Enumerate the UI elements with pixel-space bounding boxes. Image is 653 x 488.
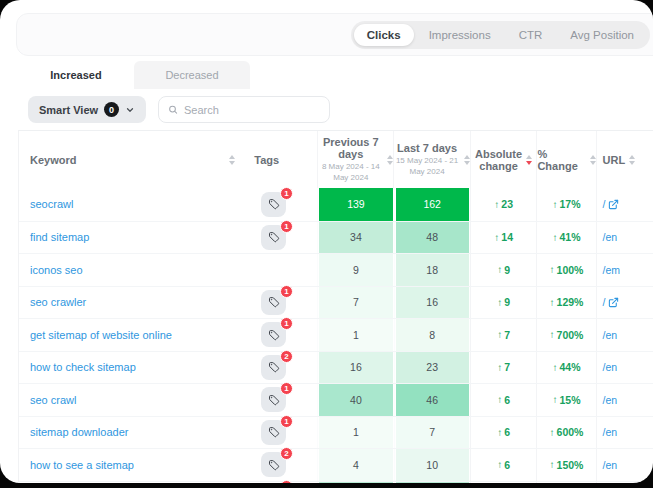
keyword-cell bbox=[19, 482, 245, 484]
tag-count-badge: 1 bbox=[280, 317, 293, 330]
previous-value-cell bbox=[317, 482, 393, 484]
header-last-7-days[interactable]: Last 7 days 15 May 2024 - 21 May 2024 bbox=[393, 131, 469, 188]
sort-icon[interactable] bbox=[526, 155, 532, 165]
arrow-up-icon: ↑ bbox=[550, 329, 555, 340]
trend-tabs: Increased Decreased bbox=[18, 61, 250, 89]
tag-button[interactable]: 1 bbox=[261, 192, 286, 217]
last-value-cell: 10 bbox=[394, 449, 470, 481]
absolute-change-cell: ↑6 bbox=[470, 417, 537, 449]
keyword-link[interactable]: find sitemap bbox=[30, 231, 89, 243]
keyword-link[interactable]: sitemap downloader bbox=[30, 426, 128, 438]
last-value-cell: 18 bbox=[394, 254, 470, 286]
tag-button[interactable]: 1 bbox=[261, 420, 286, 445]
header-url[interactable]: URL bbox=[596, 131, 653, 188]
tag-button[interactable]: 1 bbox=[261, 322, 286, 347]
tags-cell: 1 bbox=[245, 222, 317, 254]
header-percent-change[interactable]: % Change bbox=[536, 131, 595, 188]
smart-view-dropdown[interactable]: Smart View 0 bbox=[28, 96, 146, 123]
tab-increased[interactable]: Increased bbox=[18, 61, 134, 89]
tag-button[interactable]: 1 bbox=[261, 387, 286, 412]
tag-count-badge: 1 bbox=[280, 415, 293, 428]
metric-switcher: Clicks Impressions CTR Avg Position bbox=[351, 21, 650, 49]
tag-icon bbox=[268, 198, 280, 210]
url-link[interactable]: /en bbox=[603, 361, 618, 373]
metric-tab-clicks[interactable]: Clicks bbox=[354, 24, 414, 46]
table-row: seocrawl 1 139 162 ↑23 ↑17% / bbox=[19, 188, 653, 221]
keyword-cell: seocrawl bbox=[19, 188, 245, 221]
header-tags: Tags bbox=[245, 154, 317, 166]
tag-button[interactable]: 2 bbox=[261, 452, 286, 477]
table-row: get sitemap of website online 1 1 8 ↑7 ↑… bbox=[19, 318, 653, 351]
percent-change-cell bbox=[536, 482, 595, 484]
date-range: 8 May 2024 - 14 May 2024 bbox=[318, 162, 383, 184]
absolute-change-cell: ↑7 bbox=[470, 319, 537, 351]
url-cell: /en bbox=[596, 417, 653, 449]
keyword-link[interactable]: seo crawler bbox=[30, 296, 86, 308]
url-link[interactable]: /en bbox=[603, 459, 618, 471]
url-link[interactable]: /em bbox=[603, 264, 621, 276]
table-header: Keyword Tags Previous 7 days 8 May 2024 … bbox=[19, 131, 653, 188]
header-absolute-change[interactable]: Absolute change bbox=[470, 131, 537, 188]
url-link[interactable]: /en bbox=[603, 426, 618, 438]
external-link-icon[interactable] bbox=[608, 199, 619, 210]
keyword-cell: iconos seo bbox=[19, 254, 245, 286]
last-value-cell: 16 bbox=[394, 287, 470, 319]
tags-cell: 1 bbox=[245, 319, 317, 351]
percent-change-cell: ↑15% bbox=[536, 384, 595, 416]
header-previous-7-days[interactable]: Previous 7 days 8 May 2024 - 14 May 2024 bbox=[317, 131, 393, 188]
table-row: how to see a sitemap 2 4 10 ↑6 ↑150% /en bbox=[19, 448, 653, 481]
header-keyword[interactable]: Keyword bbox=[19, 154, 245, 166]
url-link[interactable]: / bbox=[603, 296, 606, 308]
keyword-link[interactable]: iconos seo bbox=[30, 264, 83, 276]
top-toolbar: Clicks Impressions CTR Avg Position bbox=[16, 13, 653, 56]
tag-count-badge: 2 bbox=[280, 447, 293, 460]
tags-cell bbox=[245, 254, 317, 286]
previous-value-cell: 9 bbox=[317, 254, 393, 286]
tag-button[interactable]: 1 bbox=[261, 225, 286, 250]
absolute-change-cell: ↑6 bbox=[470, 384, 537, 416]
keyword-link[interactable]: how to see a sitemap bbox=[30, 459, 134, 471]
arrow-up-icon: ↑ bbox=[497, 329, 502, 340]
keyword-link[interactable]: how to check sitemap bbox=[30, 361, 136, 373]
url-link[interactable]: /en bbox=[603, 329, 618, 341]
tab-decreased[interactable]: Decreased bbox=[134, 61, 250, 89]
keyword-link[interactable]: seocrawl bbox=[30, 198, 73, 210]
url-cell: /en bbox=[596, 352, 653, 384]
keyword-link[interactable]: seo crawl bbox=[30, 394, 76, 406]
previous-value-cell: 4 bbox=[317, 449, 393, 481]
metric-tab-avg-position[interactable]: Avg Position bbox=[557, 24, 647, 46]
external-link-icon[interactable] bbox=[608, 297, 619, 308]
url-cell: /en bbox=[596, 222, 653, 254]
search-input[interactable] bbox=[184, 104, 320, 116]
sort-icon[interactable] bbox=[229, 155, 235, 165]
keyword-cell: find sitemap bbox=[19, 222, 245, 254]
metric-tab-ctr[interactable]: CTR bbox=[506, 24, 556, 46]
table-row: seo crawler 1 7 16 ↑9 ↑129% / bbox=[19, 286, 653, 319]
url-link[interactable]: /en bbox=[603, 231, 618, 243]
sort-icon[interactable] bbox=[629, 155, 635, 165]
url-cell: / bbox=[596, 188, 653, 221]
percent-change-cell: ↑100% bbox=[536, 254, 595, 286]
tag-button[interactable]: 2 bbox=[261, 355, 286, 380]
previous-value-cell: 16 bbox=[317, 352, 393, 384]
tag-button[interactable]: 1 bbox=[261, 290, 286, 315]
arrow-up-icon: ↑ bbox=[550, 427, 555, 438]
previous-value-cell: 34 bbox=[317, 222, 393, 254]
last-value-cell: 7 bbox=[394, 417, 470, 449]
url-cell: / bbox=[596, 287, 653, 319]
absolute-change-cell: ↑9 bbox=[470, 254, 537, 286]
percent-change-cell: ↑44% bbox=[536, 352, 595, 384]
keyword-cell: seo crawler bbox=[19, 287, 245, 319]
url-link[interactable]: /en bbox=[603, 394, 618, 406]
percent-change-cell: ↑700% bbox=[536, 319, 595, 351]
tags-cell: 2 bbox=[245, 449, 317, 481]
table-row: iconos seo 9 18 ↑9 ↑100% /em bbox=[19, 253, 653, 286]
absolute-change-cell: ↑23 bbox=[470, 188, 537, 221]
url-cell: /en bbox=[596, 384, 653, 416]
keyword-link[interactable]: get sitemap of website online bbox=[30, 329, 172, 341]
tag-count-badge: 2 bbox=[280, 350, 293, 363]
arrow-up-icon: ↑ bbox=[497, 297, 502, 308]
metric-tab-impressions[interactable]: Impressions bbox=[416, 24, 504, 46]
url-link[interactable]: / bbox=[603, 198, 606, 210]
percent-change-cell: ↑41% bbox=[536, 222, 595, 254]
